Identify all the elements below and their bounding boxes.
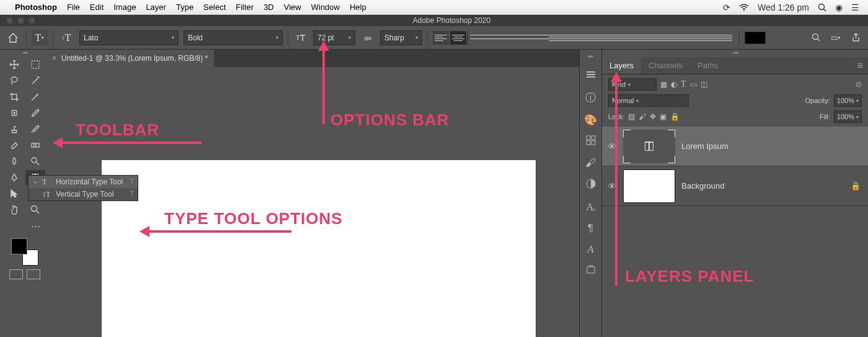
font-family-dropdown[interactable]: Lato▾ xyxy=(79,30,179,45)
layer-row[interactable]: 👁 T Lorem Ipsum xyxy=(602,127,868,166)
move-tool[interactable] xyxy=(4,57,24,72)
brush-tool[interactable] xyxy=(25,106,45,120)
layer-thumbnail[interactable]: T xyxy=(623,130,675,163)
marquee-tool[interactable] xyxy=(25,57,45,72)
lasso-tool[interactable] xyxy=(4,73,24,88)
share-icon[interactable] xyxy=(848,31,863,45)
dodge-tool[interactable] xyxy=(25,154,45,169)
menu-file[interactable]: File xyxy=(67,2,80,12)
menu-layer[interactable]: Layer xyxy=(146,2,166,12)
menu-app[interactable]: Photoshop xyxy=(15,2,57,12)
menu-select[interactable]: Select xyxy=(203,2,226,12)
character-panel-icon[interactable]: A| xyxy=(586,201,595,213)
edit-toolbar[interactable]: ⋯ xyxy=(25,218,45,233)
blur-tool[interactable] xyxy=(4,154,24,169)
eraser-tool[interactable] xyxy=(4,138,24,153)
libraries-panel-icon[interactable] xyxy=(586,264,596,277)
cc-sync-icon[interactable]: ⟳ xyxy=(723,2,730,12)
layer-name[interactable]: Background xyxy=(681,181,844,191)
panel-menu-icon[interactable]: ≡ xyxy=(852,60,868,71)
tab-paths[interactable]: Paths xyxy=(690,57,725,74)
collapse-panels[interactable]: ◂◂ xyxy=(602,50,868,57)
svg-point-1 xyxy=(819,4,825,9)
siri-icon[interactable]: ◉ xyxy=(835,2,843,12)
notification-center-icon[interactable]: ☰ xyxy=(851,2,859,12)
layer-row[interactable]: 👁 Background 🔒 xyxy=(602,166,868,206)
zoom-tool[interactable] xyxy=(25,202,45,217)
history-brush-tool[interactable] xyxy=(25,122,45,137)
crop-tool[interactable] xyxy=(4,89,24,104)
filter-shape-icon[interactable]: ▭ xyxy=(690,80,697,89)
collapse-toolbar[interactable]: ◂◂ xyxy=(4,50,46,57)
layer-thumbnail[interactable] xyxy=(623,169,675,203)
tab-channels[interactable]: Channels xyxy=(641,57,690,74)
lock-image-icon[interactable]: 🖌 xyxy=(639,112,646,121)
opacity-input[interactable]: 100%▾ xyxy=(834,94,862,107)
document-tab[interactable]: × Untitled-1 @ 33.3% (Lorem Ipsum, RGB/8… xyxy=(46,50,214,67)
menu-edit[interactable]: Edit xyxy=(90,2,104,12)
text-orientation-toggle[interactable]: ↕T xyxy=(58,30,74,46)
eyedropper-tool[interactable] xyxy=(25,89,45,104)
paragraph-panel-icon[interactable]: ¶ xyxy=(588,222,593,235)
swatches-panel-icon[interactable]: 🎨 xyxy=(584,114,597,127)
search-icon[interactable] xyxy=(808,31,823,45)
screenmode-toggle[interactable] xyxy=(27,269,40,279)
filter-smartobject-icon[interactable]: ◫ xyxy=(701,80,707,89)
canvas[interactable] xyxy=(102,160,536,337)
properties-panel-icon[interactable] xyxy=(586,135,596,148)
lock-all-icon[interactable]: 🔒 xyxy=(670,112,680,121)
layer-name[interactable]: Lorem Ipsum xyxy=(681,142,863,151)
filter-toggle[interactable]: ⊙ xyxy=(856,80,862,89)
menu-view[interactable]: View xyxy=(284,2,301,12)
opacity-label: Opacity: xyxy=(805,97,830,104)
align-center-button[interactable] xyxy=(450,31,466,45)
wifi-icon[interactable] xyxy=(739,4,749,11)
filter-pixel-icon[interactable]: ▦ xyxy=(660,80,667,89)
menu-filter[interactable]: Filter xyxy=(236,2,254,12)
align-right-button[interactable] xyxy=(467,31,734,45)
align-left-button[interactable] xyxy=(433,31,449,45)
document-tab-bar: × Untitled-1 @ 33.3% (Lorem Ipsum, RGB/8… xyxy=(46,50,579,67)
tool-preset-picker[interactable]: T▾ xyxy=(32,30,48,46)
workspace-switcher[interactable]: ▭▾ xyxy=(828,31,843,45)
tab-layers[interactable]: Layers xyxy=(602,57,641,74)
font-style-dropdown[interactable]: Bold▾ xyxy=(184,30,283,45)
adjustments-panel-icon[interactable] xyxy=(585,178,596,192)
brushes-panel-icon[interactable]: 🖌 xyxy=(585,157,596,169)
hand-tool[interactable] xyxy=(4,202,24,217)
foreground-color-swatch[interactable] xyxy=(11,238,27,254)
menu-type[interactable]: Type xyxy=(176,2,193,12)
text-color-swatch[interactable] xyxy=(745,32,766,44)
magic-wand-tool[interactable] xyxy=(25,73,45,88)
blend-mode-dropdown[interactable]: Normal▾ xyxy=(608,94,689,107)
color-swatches[interactable] xyxy=(11,238,38,266)
lock-position-icon[interactable]: ✥ xyxy=(650,112,656,121)
flyout-item-horizontal-type[interactable]: • T Horizontal Type Tool T xyxy=(29,176,138,188)
clock-text[interactable]: Wed 1:26 pm xyxy=(758,2,809,12)
close-tab-icon[interactable]: × xyxy=(52,54,56,63)
spotlight-icon[interactable] xyxy=(818,3,826,12)
info-panel-icon[interactable]: ⓘ xyxy=(585,91,596,105)
glyphs-panel-icon[interactable]: A xyxy=(587,243,593,256)
gradient-tool[interactable] xyxy=(25,138,45,153)
quickmask-toggle[interactable] xyxy=(9,269,23,279)
menu-image[interactable]: Image xyxy=(113,2,136,12)
menu-help[interactable]: Help xyxy=(350,2,366,12)
home-button[interactable] xyxy=(5,30,21,46)
healing-brush-tool[interactable] xyxy=(4,106,24,120)
menu-window[interactable]: Window xyxy=(311,2,340,12)
expand-dock[interactable]: ▸▸ xyxy=(588,53,593,59)
pen-tool[interactable] xyxy=(4,170,24,185)
antialias-dropdown[interactable]: Sharp▾ xyxy=(380,30,422,45)
traffic-lights[interactable] xyxy=(6,17,35,24)
filter-type-icon[interactable]: T xyxy=(681,79,686,89)
lock-transparency-icon[interactable]: ▨ xyxy=(628,112,635,121)
menu-3d[interactable]: 3D xyxy=(264,2,274,12)
fill-input[interactable]: 100%▾ xyxy=(834,110,862,123)
flyout-item-vertical-type[interactable]: ↕T Vertical Type Tool T xyxy=(29,188,138,200)
lock-artboard-icon[interactable]: ▣ xyxy=(660,112,666,121)
filter-adjustment-icon[interactable]: ◐ xyxy=(671,80,677,89)
color-panel-icon[interactable] xyxy=(585,68,596,82)
clone-stamp-tool[interactable] xyxy=(4,122,24,137)
path-selection-tool[interactable] xyxy=(4,186,24,201)
